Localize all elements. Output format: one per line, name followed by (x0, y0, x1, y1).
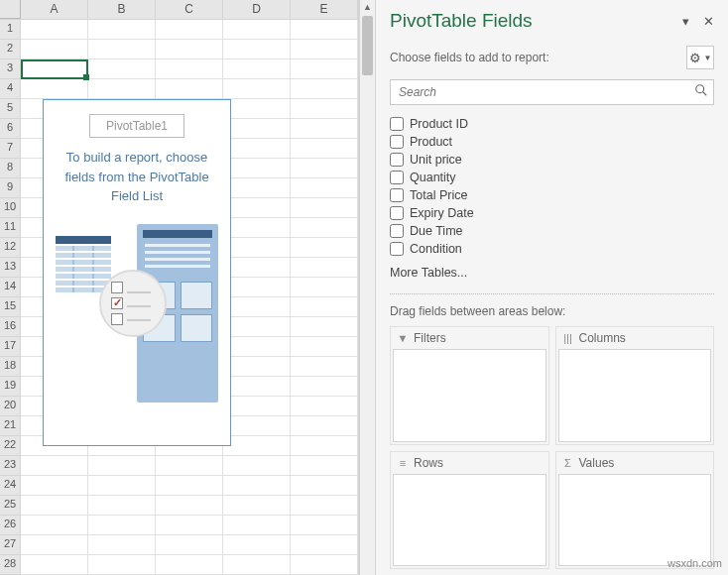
cell[interactable] (223, 297, 291, 317)
cell[interactable] (156, 535, 223, 555)
cell[interactable] (223, 40, 291, 59)
search-input[interactable] (390, 79, 714, 105)
columns-area[interactable]: |||Columns (555, 326, 715, 445)
cell[interactable] (291, 436, 358, 456)
column-header[interactable]: D (223, 0, 291, 19)
cell[interactable] (223, 357, 291, 377)
filters-area[interactable]: ▼Filters (390, 326, 549, 445)
cell[interactable] (21, 456, 88, 476)
cell[interactable] (88, 516, 156, 535)
cell[interactable] (223, 317, 291, 337)
row-header[interactable]: 23 (0, 456, 21, 476)
field-item[interactable]: Unit price (390, 151, 714, 169)
spreadsheet-grid[interactable]: ABCDE 1234567891011121314151617181920212… (0, 0, 359, 575)
cell[interactable] (21, 59, 88, 79)
row-header[interactable]: 4 (0, 79, 21, 99)
cell[interactable] (223, 535, 291, 555)
row-header[interactable]: 17 (0, 337, 21, 357)
cell[interactable] (291, 496, 358, 516)
pivottable-placeholder[interactable]: PivotTable1 To build a report, choose fi… (43, 99, 231, 446)
cell[interactable] (156, 20, 223, 40)
cell[interactable] (291, 317, 358, 337)
row-header[interactable]: 13 (0, 258, 21, 278)
cell[interactable] (223, 238, 291, 258)
cell[interactable] (21, 555, 88, 575)
row-header[interactable]: 15 (0, 297, 21, 317)
cell[interactable] (291, 278, 358, 297)
cell[interactable] (88, 20, 156, 40)
cell[interactable] (156, 40, 223, 59)
column-header[interactable]: B (88, 0, 156, 19)
cell[interactable] (88, 456, 156, 476)
cell[interactable] (291, 456, 358, 476)
cell[interactable] (88, 535, 156, 555)
cell[interactable] (291, 397, 358, 416)
cell[interactable] (223, 555, 291, 575)
vertical-scrollbar[interactable] (359, 0, 375, 575)
column-header[interactable]: E (291, 0, 358, 19)
cell[interactable] (291, 337, 358, 357)
cell[interactable] (156, 456, 223, 476)
values-area[interactable]: ΣValues (555, 451, 715, 570)
cell[interactable] (291, 516, 358, 535)
field-item[interactable]: Product (390, 133, 714, 151)
cell[interactable] (291, 40, 358, 59)
cell[interactable] (88, 555, 156, 575)
field-item[interactable]: Condition (390, 240, 714, 258)
row-header[interactable]: 11 (0, 218, 21, 238)
row-header[interactable]: 16 (0, 317, 21, 337)
cell[interactable] (291, 258, 358, 278)
cell[interactable] (223, 476, 291, 496)
row-header[interactable]: 2 (0, 40, 21, 59)
column-header[interactable]: C (156, 0, 223, 19)
row-header[interactable]: 26 (0, 516, 21, 535)
cell[interactable] (223, 198, 291, 218)
cell[interactable] (291, 119, 358, 139)
column-header[interactable]: A (21, 0, 88, 19)
cell[interactable] (21, 40, 88, 59)
more-tables-link[interactable]: More Tables... (390, 258, 714, 284)
row-header[interactable]: 24 (0, 476, 21, 496)
cell[interactable] (223, 258, 291, 278)
field-checkbox[interactable] (390, 224, 404, 238)
cell[interactable] (156, 496, 223, 516)
layout-options-button[interactable]: ⚙▼ (686, 46, 714, 69)
cell[interactable] (223, 377, 291, 397)
cell[interactable] (223, 278, 291, 297)
cell[interactable] (21, 79, 88, 99)
cell[interactable] (21, 20, 88, 40)
cell[interactable] (291, 139, 358, 159)
cell[interactable] (223, 99, 291, 119)
cell[interactable] (156, 516, 223, 535)
cell[interactable] (291, 99, 358, 119)
cell[interactable] (291, 218, 358, 238)
field-checkbox[interactable] (390, 206, 404, 220)
cell[interactable] (223, 59, 291, 79)
cell[interactable] (291, 198, 358, 218)
field-checkbox[interactable] (390, 171, 404, 184)
cell[interactable] (21, 535, 88, 555)
cell[interactable] (223, 79, 291, 99)
row-header[interactable]: 5 (0, 99, 21, 119)
cell[interactable] (223, 456, 291, 476)
row-header[interactable]: 28 (0, 555, 21, 575)
cell[interactable] (223, 337, 291, 357)
row-header[interactable]: 7 (0, 139, 21, 159)
row-header[interactable]: 3 (0, 59, 21, 79)
cell[interactable] (291, 178, 358, 198)
cell[interactable] (156, 59, 223, 79)
cell[interactable] (88, 79, 156, 99)
cell[interactable] (291, 357, 358, 377)
field-item[interactable]: Total Price (390, 186, 714, 204)
cell[interactable] (291, 297, 358, 317)
row-header[interactable]: 14 (0, 278, 21, 297)
row-header[interactable]: 1 (0, 20, 21, 40)
row-header[interactable]: 18 (0, 357, 21, 377)
cell[interactable] (156, 79, 223, 99)
cell[interactable] (291, 555, 358, 575)
close-icon[interactable]: ✕ (703, 14, 714, 29)
cell[interactable] (223, 178, 291, 198)
cell[interactable] (21, 516, 88, 535)
cell[interactable] (223, 159, 291, 178)
cell[interactable] (223, 218, 291, 238)
